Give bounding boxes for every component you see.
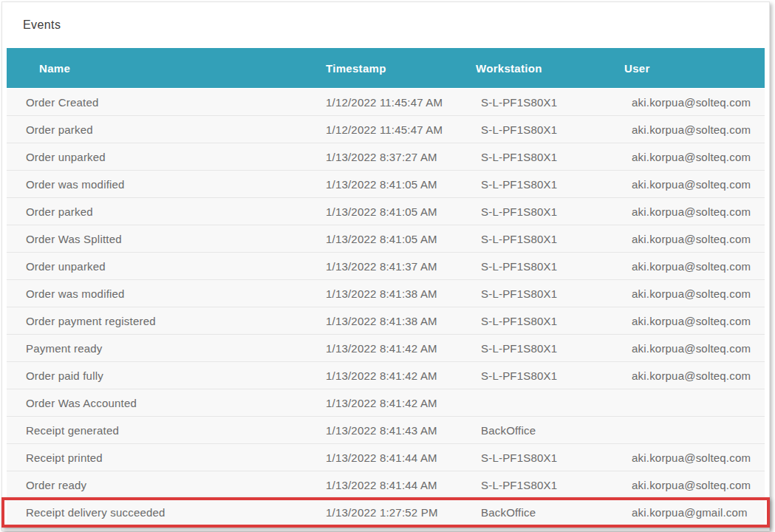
cell-user: aki.korpua@solteq.com: [610, 451, 765, 464]
cell-workstation: S-L-PF1S80X1: [465, 233, 610, 245]
cell-user: aki.korpua@solteq.com: [610, 287, 765, 300]
table-row[interactable]: Payment ready 1/13/2022 8:41:42 AM S-L-P…: [7, 335, 765, 362]
column-header-name: Name: [7, 62, 310, 75]
cell-name: Receipt generated: [7, 424, 310, 437]
cell-timestamp: 1/13/2022 8:41:43 AM: [310, 424, 465, 437]
table-row[interactable]: Order ready 1/13/2022 8:41:44 AM S-L-PF1…: [7, 471, 765, 499]
cell-user: aki.korpua@solteq.com: [610, 233, 765, 245]
table-row-highlighted[interactable]: Receipt delivery succeeded 1/13/2022 1:2…: [7, 499, 765, 526]
cell-timestamp: 1/13/2022 8:41:38 AM: [310, 287, 465, 300]
cell-name: Receipt printed: [7, 451, 310, 464]
cell-timestamp: 1/13/2022 8:41:44 AM: [310, 479, 465, 491]
cell-user: aki.korpua@solteq.com: [610, 123, 765, 136]
events-table: Name Timestamp Workstation User Order Cr…: [2, 48, 769, 531]
cell-timestamp: 1/13/2022 8:37:27 AM: [310, 151, 465, 163]
cell-workstation: S-L-PF1S80X1: [465, 96, 610, 109]
cell-name: Order was modified: [7, 178, 310, 191]
cell-timestamp: 1/12/2022 11:45:47 AM: [310, 96, 465, 109]
cell-workstation: S-L-PF1S80X1: [465, 205, 610, 218]
cell-workstation: S-L-PF1S80X1: [465, 315, 610, 327]
cell-name: Order ready: [7, 479, 310, 491]
cell-workstation: BackOffice: [465, 424, 610, 437]
table-body: Order Created 1/12/2022 11:45:47 AM S-L-…: [7, 88, 765, 526]
cell-user: aki.korpua@solteq.com: [610, 96, 765, 109]
table-row[interactable]: Order parked 1/13/2022 8:41:05 AM S-L-PF…: [7, 198, 765, 225]
table-row[interactable]: Order unparked 1/13/2022 8:41:37 AM S-L-…: [7, 253, 765, 280]
cell-timestamp: 1/13/2022 8:41:42 AM: [310, 369, 465, 382]
column-header-timestamp: Timestamp: [310, 62, 465, 75]
cell-user: aki.korpua@gmail.com: [610, 506, 765, 519]
cell-name: Order Was Splitted: [7, 233, 310, 245]
cell-name: Order paid fully: [7, 369, 310, 382]
cell-user: aki.korpua@solteq.com: [610, 260, 765, 273]
cell-name: Order parked: [7, 205, 310, 218]
cell-workstation: S-L-PF1S80X1: [465, 123, 610, 136]
cell-workstation: S-L-PF1S80X1: [465, 151, 610, 163]
cell-timestamp: 1/13/2022 8:41:42 AM: [310, 397, 465, 409]
cell-user: aki.korpua@solteq.com: [610, 151, 765, 163]
table-row[interactable]: Order was modified 1/13/2022 8:41:05 AM …: [7, 171, 765, 198]
cell-timestamp: 1/13/2022 8:41:37 AM: [310, 260, 465, 273]
cell-timestamp: 1/13/2022 8:41:44 AM: [310, 451, 465, 464]
table-row[interactable]: Order Was Accounted 1/13/2022 8:41:42 AM: [7, 389, 765, 417]
cell-timestamp: 1/13/2022 8:41:05 AM: [310, 205, 465, 218]
cell-workstation: S-L-PF1S80X1: [465, 287, 610, 300]
cell-user: aki.korpua@solteq.com: [610, 342, 765, 355]
cell-timestamp: 1/13/2022 8:41:05 AM: [310, 178, 465, 191]
cell-user: aki.korpua@solteq.com: [610, 479, 765, 491]
cell-workstation: S-L-PF1S80X1: [465, 178, 610, 191]
cell-user: aki.korpua@solteq.com: [610, 205, 765, 218]
cell-name: Order unparked: [7, 260, 310, 273]
cell-workstation: S-L-PF1S80X1: [465, 479, 610, 491]
table-row[interactable]: Receipt printed 1/13/2022 8:41:44 AM S-L…: [7, 444, 765, 471]
page-title: Events: [23, 18, 61, 32]
cell-name: Receipt delivery succeeded: [7, 506, 310, 519]
cell-name: Order Was Accounted: [7, 397, 310, 409]
table-row[interactable]: Order paid fully 1/13/2022 8:41:42 AM S-…: [7, 362, 765, 389]
cell-timestamp: 1/13/2022 8:41:05 AM: [310, 233, 465, 245]
cell-workstation: S-L-PF1S80X1: [465, 342, 610, 355]
table-row[interactable]: Order payment registered 1/13/2022 8:41:…: [7, 307, 765, 335]
table-row[interactable]: Order Was Splitted 1/13/2022 8:41:05 AM …: [7, 225, 765, 253]
column-header-workstation: Workstation: [465, 62, 610, 75]
cell-name: Order was modified: [7, 287, 310, 300]
cell-workstation: S-L-PF1S80X1: [465, 451, 610, 464]
table-row[interactable]: Order parked 1/12/2022 11:45:47 AM S-L-P…: [7, 116, 765, 143]
cell-timestamp: 1/12/2022 11:45:47 AM: [310, 123, 465, 136]
cell-user: aki.korpua@solteq.com: [610, 369, 765, 382]
cell-timestamp: 1/13/2022 8:41:38 AM: [310, 315, 465, 327]
table-row[interactable]: Order was modified 1/13/2022 8:41:38 AM …: [7, 280, 765, 307]
cell-user: aki.korpua@solteq.com: [610, 315, 765, 327]
cell-workstation: S-L-PF1S80X1: [465, 369, 610, 382]
table-row[interactable]: Order unparked 1/13/2022 8:37:27 AM S-L-…: [7, 143, 765, 171]
cell-name: Order Created: [7, 96, 310, 109]
cell-timestamp: 1/13/2022 1:27:52 PM: [310, 506, 465, 519]
cell-workstation: BackOffice: [465, 506, 610, 519]
cell-name: Order parked: [7, 123, 310, 136]
column-header-user: User: [610, 62, 765, 75]
events-card: Events Name Timestamp Workstation User O…: [1, 1, 770, 531]
cell-timestamp: 1/13/2022 8:41:42 AM: [310, 342, 465, 355]
cell-workstation: S-L-PF1S80X1: [465, 260, 610, 273]
card-title-row: Events: [2, 2, 769, 48]
cell-name: Order payment registered: [7, 315, 310, 327]
table-header-row: Name Timestamp Workstation User: [7, 48, 765, 88]
cell-name: Payment ready: [7, 342, 310, 355]
table-row[interactable]: Receipt generated 1/13/2022 8:41:43 AM B…: [7, 417, 765, 444]
table-row[interactable]: Order Created 1/12/2022 11:45:47 AM S-L-…: [7, 89, 765, 116]
cell-name: Order unparked: [7, 151, 310, 163]
cell-user: aki.korpua@solteq.com: [610, 178, 765, 191]
